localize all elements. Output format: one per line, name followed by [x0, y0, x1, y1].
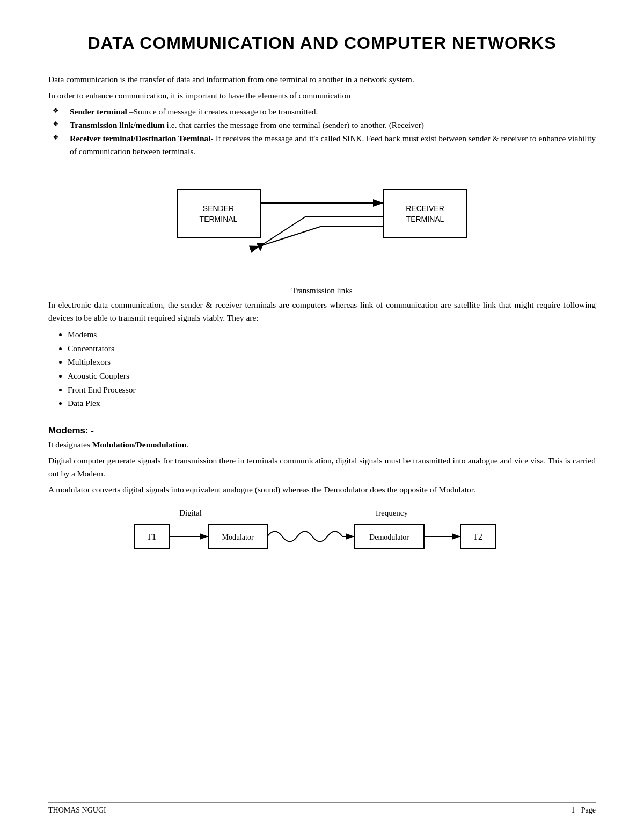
bullet-transmission: Transmission link/medium i.e. that carri… [64, 119, 596, 132]
device-concentrators: Concentrators [68, 342, 596, 356]
modem-diagram-svg: Digital frequency T1 Modulator Demodulat… [129, 506, 515, 570]
svg-text:SENDER: SENDER [203, 204, 234, 213]
svg-text:RECEIVER: RECEIVER [406, 204, 444, 213]
svg-text:TERMINAL: TERMINAL [200, 215, 238, 223]
bullet-transmission-text: i.e. that carries the message from one t… [165, 120, 424, 129]
modems-line1: It designates Modulation/Demodulation. [48, 438, 596, 451]
svg-text:T1: T1 [147, 532, 156, 541]
diagram-label: Transmission links [291, 286, 352, 295]
svg-text:T2: T2 [473, 532, 482, 541]
device-modems: Modems [68, 328, 596, 342]
svg-marker-11 [257, 243, 264, 251]
bullet-sender: Sender terminal –Source of message it cr… [64, 105, 596, 119]
svg-rect-3 [384, 190, 467, 238]
svg-rect-0 [177, 190, 260, 238]
modems-heading: Modems: - [48, 425, 596, 436]
modems-bold: Modulation/Demodulation [92, 440, 187, 449]
device-list: Modems Concentrators Multiplexors Acoust… [68, 328, 596, 410]
intro-line1: Data communication is the transfer of da… [48, 73, 596, 86]
bullet-receiver: Receiver terminal/Destination Terminal- … [64, 132, 596, 159]
page-title: DATA COMMUNICATION AND COMPUTER NETWORKS [48, 32, 596, 54]
svg-line-8 [260, 226, 322, 246]
svg-text:frequency: frequency [376, 509, 408, 517]
modem-diagram: Digital frequency T1 Modulator Demodulat… [48, 506, 596, 570]
svg-text:Demodulator: Demodulator [369, 533, 409, 541]
footer-author: THOMAS NGUGI [48, 806, 106, 815]
diagram-svg: SENDER TERMINAL RECEIVER TERMINAL [161, 168, 483, 281]
bullet-sender-bold: Sender terminal [70, 107, 127, 116]
device-multiplexors: Multiplexors [68, 355, 596, 369]
device-dataplex: Data Plex [68, 396, 596, 410]
page-footer: THOMAS NGUGI 1 Page [48, 802, 596, 815]
footer-page: 1 Page [571, 806, 596, 815]
diagram-svg-area: SENDER TERMINAL RECEIVER TERMINAL [161, 168, 483, 283]
bullet-receiver-bold: Receiver terminal/Destination Terminal [70, 134, 211, 143]
modems-para1: Digital computer generate signals for tr… [48, 454, 596, 480]
intro-bullets: Sender terminal –Source of message it cr… [64, 105, 596, 158]
device-acoustic: Acoustic Couplers [68, 369, 596, 383]
svg-line-10 [260, 216, 306, 246]
svg-text:Modulator: Modulator [222, 533, 253, 541]
sender-receiver-diagram: SENDER TERMINAL RECEIVER TERMINAL [48, 168, 596, 295]
intro-line2: In order to enhance communication, it is… [48, 89, 596, 102]
device-fep: Front End Processor [68, 383, 596, 397]
svg-text:Digital: Digital [179, 509, 202, 517]
svg-text:TERMINAL: TERMINAL [406, 215, 444, 223]
bullet-transmission-bold: Transmission link/medium [70, 120, 165, 129]
bullet-sender-text: –Source of message it creates message to… [127, 107, 318, 116]
modems-para2: A modulator converts digital signals int… [48, 483, 596, 496]
para2-text: In electronic data communication, the se… [48, 299, 596, 324]
